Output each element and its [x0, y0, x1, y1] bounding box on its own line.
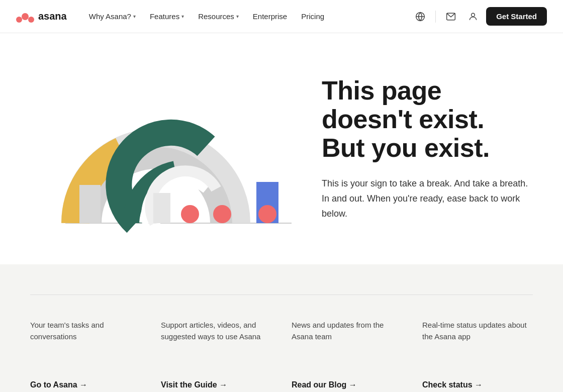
svg-point-1: [16, 17, 22, 23]
mail-icon: [446, 12, 456, 22]
svg-point-2: [28, 17, 34, 23]
chevron-down-icon: ▾: [181, 14, 184, 19]
nav-link-enterprise[interactable]: Enterprise: [247, 9, 293, 24]
footer-col-0: Your team's tasks and conversations Go t…: [30, 319, 141, 389]
nav-link-features[interactable]: Features ▾: [144, 9, 190, 24]
svg-point-12: [258, 205, 276, 223]
get-started-button[interactable]: Get Started: [486, 7, 547, 26]
footer-col-3: Real-time status updates about the Asana…: [422, 319, 533, 389]
hero-body: This is your sign to take a break. And t…: [322, 176, 533, 221]
mail-button[interactable]: [442, 8, 460, 26]
footer-col-1: Support articles, videos, and suggested …: [161, 319, 271, 389]
chevron-down-icon: ▾: [236, 14, 239, 19]
globe-icon: [415, 12, 425, 22]
error-illustration: [20, 58, 292, 239]
navbar: asana Why Asana? ▾ Features ▾ Resources …: [0, 0, 563, 33]
svg-rect-8: [153, 193, 170, 223]
nav-link-why-asana[interactable]: Why Asana? ▾: [83, 9, 142, 24]
nav-links: Why Asana? ▾ Features ▾ Resources ▾ Ente…: [83, 9, 411, 24]
footer-col-0-link[interactable]: Go to Asana →: [30, 380, 141, 389]
user-button[interactable]: [464, 8, 482, 26]
hero-section: This page doesn't exist. But you exist. …: [0, 33, 563, 264]
svg-point-5: [472, 13, 475, 17]
logo-icon: [16, 11, 34, 23]
footer-col-3-link[interactable]: Check status →: [422, 380, 533, 389]
footer-col-1-desc: Support articles, videos, and suggested …: [161, 319, 271, 343]
hero-text: This page doesn't exist. But you exist. …: [292, 76, 533, 222]
globe-button[interactable]: [411, 8, 429, 26]
logo-text: asana: [38, 11, 67, 22]
logo-link[interactable]: asana: [16, 11, 67, 23]
nav-divider: [435, 11, 436, 23]
footer-col-2: News and updates from the Asana team Rea…: [292, 319, 402, 389]
hero-headline: This page doesn't exist. But you exist.: [322, 76, 533, 163]
user-icon: [468, 12, 478, 22]
nav-link-resources[interactable]: Resources ▾: [192, 9, 245, 24]
footer-col-3-desc: Real-time status updates about the Asana…: [422, 319, 533, 343]
svg-point-11: [213, 205, 231, 223]
chevron-down-icon: ▾: [133, 14, 136, 19]
hero-illustration: [20, 58, 292, 239]
nav-actions: Get Started: [411, 7, 547, 26]
footer-col-1-link[interactable]: Visit the Guide →: [161, 380, 271, 389]
svg-point-0: [22, 13, 29, 20]
footer-col-0-desc: Your team's tasks and conversations: [30, 319, 141, 343]
footer-col-2-desc: News and updates from the Asana team: [292, 319, 402, 343]
footer-divider: [30, 295, 533, 295]
svg-rect-7: [79, 185, 101, 223]
footer-section: Your team's tasks and conversations Go t…: [0, 264, 563, 392]
footer-col-2-link[interactable]: Read our Blog →: [292, 380, 402, 389]
nav-link-pricing[interactable]: Pricing: [295, 9, 330, 24]
footer-grid: Your team's tasks and conversations Go t…: [30, 319, 533, 389]
svg-point-10: [181, 205, 199, 223]
